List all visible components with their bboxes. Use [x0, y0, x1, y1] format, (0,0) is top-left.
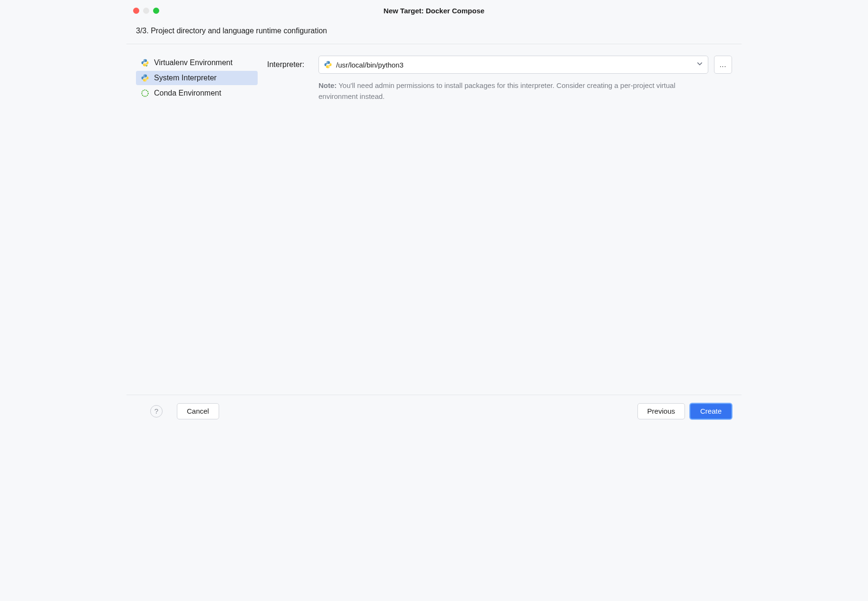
close-window-button[interactable]	[133, 8, 139, 14]
sidebar-item-system-interpreter[interactable]: System Interpreter	[136, 71, 258, 85]
cancel-button[interactable]: Cancel	[177, 403, 219, 419]
window-title: New Target: Docker Compose	[126, 7, 742, 15]
python-icon	[324, 60, 332, 69]
create-button[interactable]: Create	[690, 403, 732, 419]
python-v-icon: V	[141, 58, 149, 67]
svg-text:V: V	[146, 64, 148, 67]
maximize-window-button[interactable]	[153, 8, 159, 14]
sidebar-item-label: Virtualenv Environment	[154, 58, 232, 67]
step-subtitle: 3/3. Project directory and language runt…	[126, 21, 742, 44]
main-panel: Interpreter: /usr/local/bin/python3	[267, 56, 732, 385]
svg-point-4	[145, 80, 146, 81]
svg-point-3	[144, 75, 144, 76]
interpreter-label: Interpreter:	[267, 60, 313, 69]
svg-point-7	[328, 67, 329, 68]
python-icon	[141, 74, 149, 82]
conda-icon	[141, 89, 149, 97]
note-text: You'll need admin permissions to install…	[318, 81, 675, 100]
sidebar-item-label: Conda Environment	[154, 89, 221, 97]
note-label: Note:	[318, 81, 337, 89]
interpreter-note: Note: You'll need admin permissions to i…	[318, 80, 689, 102]
interpreter-value: /usr/local/bin/python3	[336, 61, 693, 69]
previous-button[interactable]: Previous	[637, 403, 685, 419]
svg-point-5	[142, 90, 148, 97]
help-button[interactable]: ?	[150, 405, 163, 417]
sidebar: V Virtualenv Environment System Interpre…	[136, 56, 258, 385]
footer: ? Cancel Previous Create	[126, 395, 742, 427]
sidebar-item-conda[interactable]: Conda Environment	[136, 86, 258, 100]
svg-point-6	[327, 62, 327, 62]
chevron-down-icon	[696, 60, 703, 69]
interpreter-dropdown[interactable]: /usr/local/bin/python3	[318, 56, 708, 74]
browse-button[interactable]: ...	[714, 56, 732, 74]
traffic-lights	[133, 8, 159, 14]
content-area: V Virtualenv Environment System Interpre…	[126, 44, 742, 395]
dialog-window: New Target: Docker Compose 3/3. Project …	[126, 0, 742, 427]
svg-point-0	[144, 60, 144, 60]
sidebar-item-virtualenv[interactable]: V Virtualenv Environment	[136, 56, 258, 70]
minimize-window-button[interactable]	[143, 8, 149, 14]
interpreter-form-row: Interpreter: /usr/local/bin/python3	[267, 56, 732, 74]
titlebar: New Target: Docker Compose	[126, 0, 742, 21]
sidebar-item-label: System Interpreter	[154, 74, 217, 82]
